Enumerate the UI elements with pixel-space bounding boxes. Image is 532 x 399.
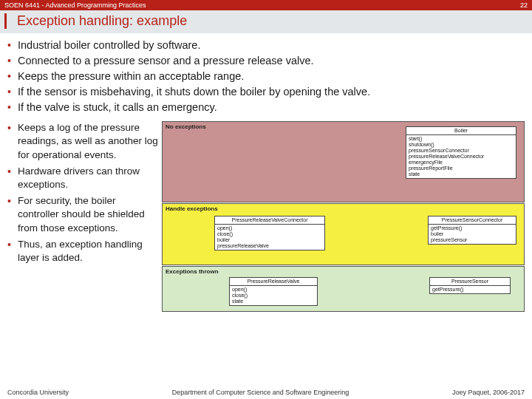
bullet-item: If the sensor is misbehaving, it shuts d… [7, 84, 525, 100]
bullet-item: Industrial boiler controlled by software… [7, 38, 525, 53]
page-number: 22 [520, 1, 528, 9]
footer-left: Concordia University [7, 389, 69, 396]
uml-members: start() shutdown() pressureSensorConnect… [406, 135, 516, 178]
footer: Concordia University Department of Compu… [0, 386, 532, 399]
layer-label: Handle exceptions [166, 205, 521, 212]
bullet-item: Keeps the pressure within an acceptable … [7, 69, 525, 84]
title-bar: Exception handling: example [0, 10, 532, 33]
bullet-item: Thus, an exception handling layer is add… [7, 238, 159, 265]
course-code: SOEN 6441 - Advanced Programming Practic… [4, 1, 146, 9]
bullet-item: Keeps a log of the pressure readings, as… [7, 121, 159, 162]
uml-class-valve-connector: PressureReleaseValveConnector open() clo… [214, 216, 325, 250]
layer-no-exceptions: No exceptions Boiler start() shutdown() … [162, 121, 525, 202]
lower-row: Keeps a log of the pressure readings, as… [7, 121, 525, 312]
uml-diagram: No exceptions Boiler start() shutdown() … [162, 121, 525, 312]
layer-exceptions-thrown: Exceptions thrown PressureReleaseValve o… [162, 266, 525, 312]
bullet-item: If the valve is stuck, it calls an emerg… [7, 100, 525, 115]
bullet-item: Connected to a pressure sensor and a pre… [7, 53, 525, 69]
uml-class-release-valve: PressureReleaseValve open() close() stat… [229, 277, 318, 306]
lower-left-column: Keeps a log of the pressure readings, as… [7, 121, 159, 312]
uml-class-sensor-connector: PressureSensorConnector getPressure() bo… [428, 216, 516, 245]
left-bullet-list: Keeps a log of the pressure readings, as… [7, 121, 159, 265]
bullet-item: Hardware drivers can throw exceptions. [7, 165, 159, 191]
bullet-item: For security, the boiler controller shou… [7, 194, 159, 235]
layer-label: Exceptions thrown [166, 268, 521, 275]
top-bar: SOEN 6441 - Advanced Programming Practic… [0, 0, 532, 10]
footer-right: Joey Paquet, 2006-2017 [452, 389, 525, 396]
top-bullet-list: Industrial boiler controlled by software… [7, 38, 525, 115]
slide-title: Exception handling: example [4, 13, 528, 29]
uml-class-pressure-sensor: PressureSensor getPressure() [429, 277, 511, 294]
footer-center: Department of Computer Science and Softw… [172, 389, 349, 396]
content-area: Industrial boiler controlled by software… [0, 33, 532, 312]
layer-handle-exceptions: Handle exceptions PressureReleaseValveCo… [162, 203, 525, 265]
uml-class-boiler: Boiler start() shutdown() pressureSensor… [406, 126, 516, 179]
